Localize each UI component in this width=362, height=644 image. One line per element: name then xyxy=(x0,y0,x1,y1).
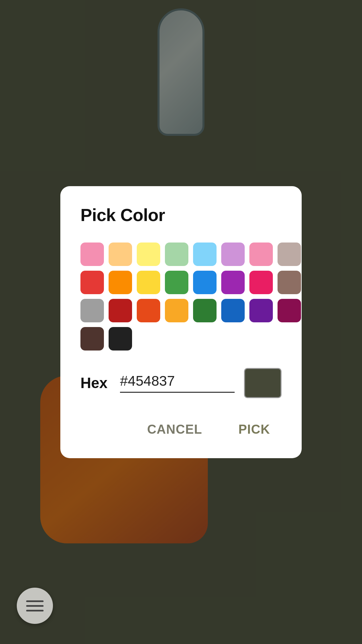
swatch-dark-purple[interactable] xyxy=(249,299,273,322)
hex-input[interactable] xyxy=(120,373,235,389)
dialog-overlay: Pick Color xyxy=(0,0,362,644)
swatch-deep-orange[interactable] xyxy=(137,299,160,322)
dialog-actions: CANCEL PICK xyxy=(80,417,282,442)
hex-label: Hex xyxy=(80,375,111,391)
color-preview-swatch xyxy=(244,368,282,398)
swatch-black[interactable] xyxy=(109,327,132,351)
menu-icon-line-1 xyxy=(26,600,44,602)
swatch-light-blue[interactable] xyxy=(193,243,217,266)
swatch-light-pink[interactable] xyxy=(80,243,104,266)
cancel-button[interactable]: CANCEL xyxy=(139,417,210,442)
hex-input-wrapper xyxy=(120,373,235,393)
color-picker-dialog: Pick Color xyxy=(60,186,302,458)
swatch-brown[interactable] xyxy=(278,271,301,294)
swatch-light-purple[interactable] xyxy=(221,243,245,266)
swatch-dark-blue[interactable] xyxy=(221,299,245,322)
swatch-hot-pink[interactable] xyxy=(249,271,273,294)
swatch-amber[interactable] xyxy=(165,299,188,322)
swatch-blue[interactable] xyxy=(193,271,217,294)
swatch-green[interactable] xyxy=(165,271,188,294)
dialog-title: Pick Color xyxy=(80,205,282,225)
swatch-dark-pink[interactable] xyxy=(278,299,301,322)
swatch-light-orange[interactable] xyxy=(109,243,132,266)
swatch-purple[interactable] xyxy=(221,271,245,294)
swatch-dark-green[interactable] xyxy=(193,299,217,322)
swatch-gray[interactable] xyxy=(80,299,104,322)
swatch-light-green[interactable] xyxy=(165,243,188,266)
swatch-light-yellow[interactable] xyxy=(137,243,160,266)
swatch-dark-red[interactable] xyxy=(109,299,132,322)
menu-fab-button[interactable] xyxy=(17,588,53,624)
hex-input-row: Hex xyxy=(80,368,282,398)
swatch-orange[interactable] xyxy=(109,271,132,294)
menu-icon-line-3 xyxy=(26,610,44,611)
swatch-dark-brown[interactable] xyxy=(80,327,104,351)
swatch-pink[interactable] xyxy=(249,243,273,266)
swatch-red[interactable] xyxy=(80,271,104,294)
swatch-yellow[interactable] xyxy=(137,271,160,294)
pick-button[interactable]: PICK xyxy=(230,417,278,442)
color-swatches-grid xyxy=(80,243,282,351)
swatch-light-brown[interactable] xyxy=(278,243,301,266)
menu-icon-line-2 xyxy=(26,605,44,607)
